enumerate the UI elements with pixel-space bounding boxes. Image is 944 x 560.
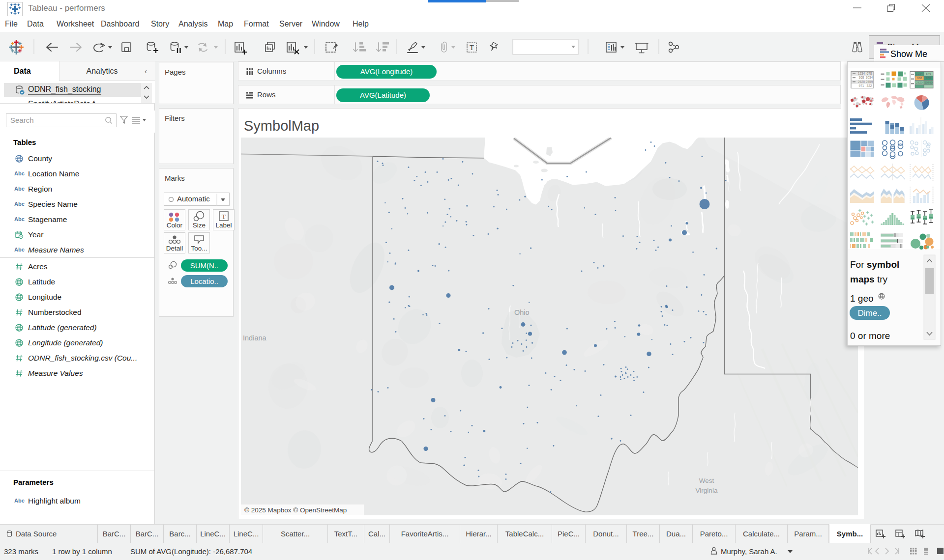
svg-text:For symbol: For symbol xyxy=(850,259,899,270)
svg-text:50890: 50890 xyxy=(924,81,933,84)
svg-text:1234: 1234 xyxy=(916,72,923,75)
svg-text:West: West xyxy=(699,477,714,484)
svg-text:2620: 2620 xyxy=(858,80,865,84)
svg-text:© 2025 Mapbox © OpenStreetMap: © 2025 Mapbox © OpenStreetMap xyxy=(244,506,347,514)
svg-text:1234: 1234 xyxy=(858,72,865,75)
svg-text:546: 546 xyxy=(926,72,931,75)
svg-text:Indiana: Indiana xyxy=(243,334,267,342)
svg-text:368: 368 xyxy=(917,77,922,80)
svg-text:maps try: maps try xyxy=(850,274,888,284)
svg-text:380: 380 xyxy=(926,77,931,80)
svg-text:678: 678 xyxy=(867,72,872,75)
svg-text:Virginia: Virginia xyxy=(696,487,718,494)
svg-text:971: 971 xyxy=(859,84,864,87)
svg-text:322: 322 xyxy=(867,84,872,87)
svg-text:1 geo: 1 geo xyxy=(850,293,874,304)
svg-text:368: 368 xyxy=(859,76,864,79)
svg-text:2620: 2620 xyxy=(916,81,923,84)
svg-text:T: T xyxy=(470,44,474,52)
svg-text:Show Me: Show Me xyxy=(890,49,927,59)
svg-text:2559: 2559 xyxy=(866,80,873,84)
svg-text:Ohio: Ohio xyxy=(514,308,530,316)
svg-text:Dime..: Dime.. xyxy=(857,308,882,318)
svg-text:3034: 3034 xyxy=(866,76,873,79)
svg-text:0 or more: 0 or more xyxy=(850,331,890,341)
svg-text:T: T xyxy=(222,213,226,220)
